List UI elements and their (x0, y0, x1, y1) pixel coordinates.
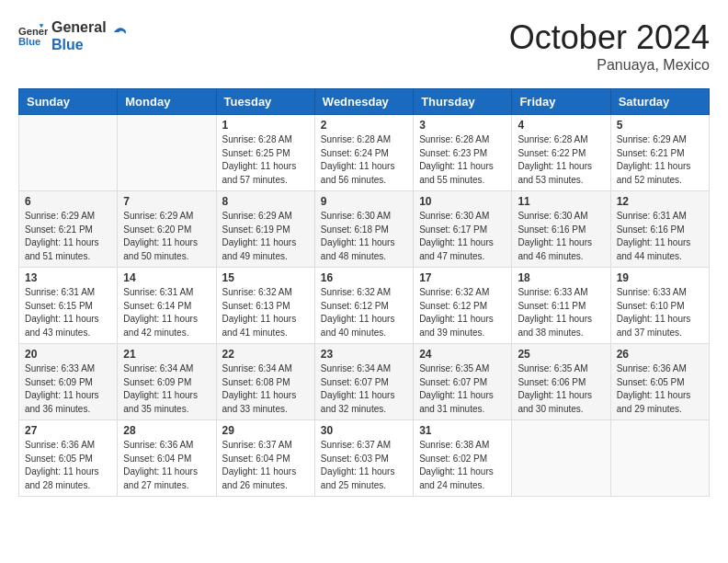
weekday-header-thursday: Thursday (414, 89, 512, 115)
calendar-cell: 30Sunrise: 6:37 AM Sunset: 6:03 PM Dayli… (314, 420, 413, 497)
day-number: 12 (617, 195, 703, 208)
day-number: 31 (419, 424, 506, 437)
calendar-cell: 6Sunrise: 6:29 AM Sunset: 6:21 PM Daylig… (19, 191, 118, 268)
calendar-cell: 27Sunrise: 6:36 AM Sunset: 6:05 PM Dayli… (19, 420, 118, 497)
day-info: Sunrise: 6:34 AM Sunset: 6:07 PM Dayligh… (321, 362, 407, 416)
day-info: Sunrise: 6:34 AM Sunset: 6:08 PM Dayligh… (222, 362, 309, 416)
page-header: General Blue General Blue October 2024 P… (18, 18, 710, 74)
calendar-cell (19, 115, 118, 191)
calendar-cell: 10Sunrise: 6:30 AM Sunset: 6:17 PM Dayli… (414, 191, 512, 268)
svg-text:Blue: Blue (18, 37, 40, 48)
day-info: Sunrise: 6:29 AM Sunset: 6:21 PM Dayligh… (617, 133, 703, 187)
day-number: 26 (617, 348, 703, 361)
day-number: 23 (321, 348, 407, 361)
day-info: Sunrise: 6:28 AM Sunset: 6:23 PM Dayligh… (419, 133, 506, 187)
weekday-header-monday: Monday (118, 89, 216, 115)
day-number: 2 (321, 119, 407, 132)
calendar-cell: 21Sunrise: 6:34 AM Sunset: 6:09 PM Dayli… (118, 344, 216, 420)
calendar-cell: 19Sunrise: 6:33 AM Sunset: 6:10 PM Dayli… (610, 268, 709, 344)
day-number: 1 (222, 119, 309, 132)
weekday-header-saturday: Saturday (610, 89, 709, 115)
day-number: 5 (617, 119, 703, 132)
day-number: 21 (123, 348, 210, 361)
calendar-cell: 15Sunrise: 6:32 AM Sunset: 6:13 PM Dayli… (216, 268, 314, 344)
calendar-cell: 9Sunrise: 6:30 AM Sunset: 6:18 PM Daylig… (314, 191, 413, 268)
day-info: Sunrise: 6:36 AM Sunset: 6:05 PM Dayligh… (25, 439, 111, 492)
day-info: Sunrise: 6:36 AM Sunset: 6:05 PM Dayligh… (617, 362, 703, 416)
day-number: 18 (518, 271, 604, 284)
weekday-header-sunday: Sunday (19, 89, 118, 115)
location: Panuaya, Mexico (509, 57, 710, 74)
calendar-cell (118, 115, 216, 191)
calendar-cell: 17Sunrise: 6:32 AM Sunset: 6:12 PM Dayli… (414, 268, 512, 344)
day-info: Sunrise: 6:32 AM Sunset: 6:13 PM Dayligh… (222, 286, 309, 339)
day-info: Sunrise: 6:35 AM Sunset: 6:06 PM Dayligh… (518, 362, 604, 416)
calendar-cell: 25Sunrise: 6:35 AM Sunset: 6:06 PM Dayli… (512, 344, 610, 420)
day-number: 25 (518, 348, 604, 361)
calendar-cell: 29Sunrise: 6:37 AM Sunset: 6:04 PM Dayli… (216, 420, 314, 497)
calendar-week-row: 27Sunrise: 6:36 AM Sunset: 6:05 PM Dayli… (19, 420, 710, 497)
month-title: October 2024 (509, 18, 710, 57)
day-info: Sunrise: 6:37 AM Sunset: 6:04 PM Dayligh… (222, 439, 309, 492)
calendar-cell (512, 420, 610, 497)
day-info: Sunrise: 6:33 AM Sunset: 6:10 PM Dayligh… (617, 286, 703, 339)
calendar-week-row: 13Sunrise: 6:31 AM Sunset: 6:15 PM Dayli… (19, 268, 710, 344)
calendar-week-row: 6Sunrise: 6:29 AM Sunset: 6:21 PM Daylig… (19, 191, 710, 268)
logo-bird-icon (112, 24, 129, 40)
day-number: 3 (419, 119, 506, 132)
day-info: Sunrise: 6:30 AM Sunset: 6:16 PM Dayligh… (518, 210, 604, 263)
weekday-header-wednesday: Wednesday (314, 89, 413, 115)
calendar-cell: 11Sunrise: 6:30 AM Sunset: 6:16 PM Dayli… (512, 191, 610, 268)
day-number: 24 (419, 348, 506, 361)
day-number: 7 (123, 195, 210, 208)
calendar-cell: 22Sunrise: 6:34 AM Sunset: 6:08 PM Dayli… (216, 344, 314, 420)
day-number: 10 (419, 195, 506, 208)
day-number: 27 (25, 424, 111, 437)
weekday-header-friday: Friday (512, 89, 610, 115)
weekday-header-row: SundayMondayTuesdayWednesdayThursdayFrid… (19, 89, 710, 115)
day-number: 29 (222, 424, 309, 437)
day-info: Sunrise: 6:28 AM Sunset: 6:22 PM Dayligh… (518, 133, 604, 187)
day-info: Sunrise: 6:31 AM Sunset: 6:15 PM Dayligh… (25, 286, 111, 339)
calendar-cell: 4Sunrise: 6:28 AM Sunset: 6:22 PM Daylig… (512, 115, 610, 191)
day-info: Sunrise: 6:30 AM Sunset: 6:17 PM Dayligh… (419, 210, 506, 263)
day-number: 8 (222, 195, 309, 208)
calendar-cell: 7Sunrise: 6:29 AM Sunset: 6:20 PM Daylig… (118, 191, 216, 268)
day-number: 19 (617, 271, 703, 284)
logo-icon: General Blue (18, 23, 48, 49)
day-info: Sunrise: 6:37 AM Sunset: 6:03 PM Dayligh… (321, 439, 407, 492)
day-info: Sunrise: 6:29 AM Sunset: 6:20 PM Dayligh… (123, 210, 210, 263)
day-info: Sunrise: 6:38 AM Sunset: 6:02 PM Dayligh… (419, 439, 506, 492)
calendar-cell: 16Sunrise: 6:32 AM Sunset: 6:12 PM Dayli… (314, 268, 413, 344)
day-info: Sunrise: 6:30 AM Sunset: 6:18 PM Dayligh… (321, 210, 407, 263)
calendar-cell: 2Sunrise: 6:28 AM Sunset: 6:24 PM Daylig… (314, 115, 413, 191)
day-number: 4 (518, 119, 604, 132)
calendar-cell: 12Sunrise: 6:31 AM Sunset: 6:16 PM Dayli… (610, 191, 709, 268)
day-info: Sunrise: 6:35 AM Sunset: 6:07 PM Dayligh… (419, 362, 506, 416)
day-info: Sunrise: 6:31 AM Sunset: 6:14 PM Dayligh… (123, 286, 210, 339)
calendar-week-row: 20Sunrise: 6:33 AM Sunset: 6:09 PM Dayli… (19, 344, 710, 420)
day-number: 9 (321, 195, 407, 208)
calendar-cell: 14Sunrise: 6:31 AM Sunset: 6:14 PM Dayli… (118, 268, 216, 344)
day-number: 20 (25, 348, 111, 361)
day-number: 30 (321, 424, 407, 437)
day-number: 17 (419, 271, 506, 284)
day-info: Sunrise: 6:32 AM Sunset: 6:12 PM Dayligh… (419, 286, 506, 339)
day-info: Sunrise: 6:28 AM Sunset: 6:25 PM Dayligh… (222, 133, 309, 187)
calendar-cell: 26Sunrise: 6:36 AM Sunset: 6:05 PM Dayli… (610, 344, 709, 420)
calendar-cell: 28Sunrise: 6:36 AM Sunset: 6:04 PM Dayli… (118, 420, 216, 497)
day-number: 14 (123, 271, 210, 284)
day-info: Sunrise: 6:29 AM Sunset: 6:21 PM Dayligh… (25, 210, 111, 263)
calendar-cell: 20Sunrise: 6:33 AM Sunset: 6:09 PM Dayli… (19, 344, 118, 420)
day-info: Sunrise: 6:36 AM Sunset: 6:04 PM Dayligh… (123, 439, 210, 492)
svg-text:General: General (18, 26, 48, 37)
logo: General Blue General Blue (18, 18, 129, 53)
day-number: 22 (222, 348, 309, 361)
day-info: Sunrise: 6:34 AM Sunset: 6:09 PM Dayligh… (123, 362, 210, 416)
calendar-cell: 13Sunrise: 6:31 AM Sunset: 6:15 PM Dayli… (19, 268, 118, 344)
calendar-cell: 8Sunrise: 6:29 AM Sunset: 6:19 PM Daylig… (216, 191, 314, 268)
weekday-header-tuesday: Tuesday (216, 89, 314, 115)
day-number: 13 (25, 271, 111, 284)
calendar-cell (610, 420, 709, 497)
day-info: Sunrise: 6:28 AM Sunset: 6:24 PM Dayligh… (321, 133, 407, 187)
